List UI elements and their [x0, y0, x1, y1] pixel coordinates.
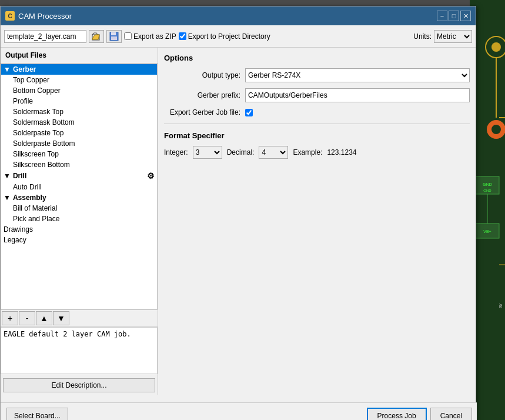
tree-item-silkscreen-top[interactable]: Silkscreen Top [1, 149, 157, 159]
tree-item-auto-drill[interactable]: Auto Drill [1, 182, 157, 192]
panel-toolbar: + - ▲ ▼ [1, 309, 158, 326]
tree-item-profile[interactable]: Profile [1, 96, 157, 106]
save-icon [109, 32, 119, 41]
output-type-select[interactable]: Gerber RS-274X Excellon Drill PDF PS HPG… [245, 68, 470, 82]
cam-processor-window: C CAM Processor − □ ✕ Expo [0, 6, 476, 420]
tree-item-soldermask-top[interactable]: Soldermask Top [1, 106, 157, 117]
output-type-row: Output type: Gerber RS-274X Excellon Dri… [164, 68, 470, 82]
svg-rect-16 [111, 32, 116, 35]
tree-item-drill[interactable]: ▼ Drill ⚙ [1, 170, 157, 182]
add-item-button[interactable]: + [2, 311, 18, 325]
export-to-project-label[interactable]: Export to Project Directory [179, 32, 270, 41]
integer-label: Integer: [164, 148, 188, 156]
move-up-button[interactable]: ▲ [36, 311, 52, 325]
gear-icon[interactable]: ⚙ [147, 171, 155, 181]
save-file-button[interactable] [106, 30, 122, 43]
process-job-button[interactable]: Process Job [367, 408, 427, 420]
title-bar: C CAM Processor − □ ✕ [1, 6, 476, 25]
gerber-prefix-label: Gerber prefix: [164, 91, 240, 99]
window-title: CAM Processor [18, 12, 72, 21]
svg-point-2 [491, 42, 501, 52]
format-specifier-title: Format Specifier [164, 131, 470, 140]
tree-arrow-gerber: ▼ [4, 65, 11, 74]
edit-description-button[interactable]: Edit Description... [3, 378, 155, 392]
right-panel: Options Output type: Gerber RS-274X Exce… [158, 48, 476, 395]
title-bar-left: C CAM Processor [5, 11, 72, 21]
options-title: Options [164, 54, 470, 62]
main-content: Output Files ▼ Gerber Top Copper Bottom … [1, 48, 476, 395]
tree-item-silkscreen-bottom[interactable]: Silkscreen Bottom [1, 159, 157, 170]
units-select[interactable]: Metric Imperial [434, 30, 472, 43]
remove-item-button[interactable]: - [19, 311, 35, 325]
select-board-button[interactable]: Select Board... [6, 408, 68, 420]
example-label: Example: [293, 148, 322, 156]
decimal-label: Decimal: [227, 148, 255, 156]
tree-arrow-assembly: ▼ [4, 194, 11, 202]
filename-input[interactable] [4, 30, 86, 43]
tree-item-legacy[interactable]: Legacy [1, 235, 157, 245]
tree-item-bottom-copper[interactable]: Bottom Copper [1, 85, 157, 96]
tree-item-top-copper[interactable]: Top Copper [1, 75, 157, 85]
integer-select[interactable]: 1 2 3 4 5 [193, 146, 222, 159]
svg-text:GND: GND [483, 189, 491, 192]
tree-item-solderpaste-bottom[interactable]: Solderpaste Bottom [1, 138, 157, 149]
gerber-prefix-row: Gerber prefix: [164, 88, 470, 102]
tree-arrow-drill: ▼ [4, 172, 11, 180]
export-gerber-job-row: Export Gerber Job file: [164, 108, 470, 116]
gerber-prefix-input[interactable] [245, 88, 470, 102]
title-controls: − □ ✕ [437, 11, 471, 21]
cancel-button[interactable]: Cancel [430, 408, 472, 420]
close-button[interactable]: ✕ [460, 11, 471, 21]
tree-item-drawings[interactable]: Drawings [1, 224, 157, 235]
format-specifier-row: Integer: 1 2 3 4 5 Decimal: 1 2 3 4 5 6 [164, 146, 470, 159]
description-area: EAGLE default 2 layer CAM job. Edit Desc… [1, 326, 158, 395]
export-gerber-job-checkbox[interactable] [245, 109, 253, 116]
svg-text:VB+: VB+ [483, 229, 491, 234]
tree-item-assembly[interactable]: ▼ Assembly [1, 192, 157, 203]
svg-text:GND: GND [483, 182, 492, 186]
output-files-header: Output Files [1, 48, 158, 64]
bottom-bar: Select Board... Process Job Cancel [1, 402, 477, 420]
minimize-button[interactable]: − [437, 11, 447, 21]
export-as-zip-text: Export as ZIP [133, 32, 176, 41]
open-icon [92, 32, 101, 41]
export-to-project-checkbox[interactable] [179, 32, 186, 40]
move-down-button[interactable]: ▼ [53, 311, 69, 325]
maximize-button[interactable]: □ [449, 11, 459, 21]
tree-item-soldermask-bottom[interactable]: Soldermask Bottom [1, 117, 157, 128]
app-icon: C [5, 11, 15, 21]
export-as-zip-checkbox[interactable] [124, 32, 132, 40]
left-panel: Output Files ▼ Gerber Top Copper Bottom … [1, 48, 158, 395]
units-label: Units: [413, 32, 432, 41]
tree-item-solderpaste-top[interactable]: Solderpaste Top [1, 128, 157, 138]
svg-text:S/: S/ [498, 303, 503, 308]
toolbar: Export as ZIP Export to Project Director… [1, 25, 476, 48]
tree-item-pick-and-place[interactable]: Pick and Place [1, 214, 157, 224]
output-files-tree: ▼ Gerber Top Copper Bottom Copper Profil… [1, 64, 158, 309]
export-gerber-job-label: Export Gerber Job file: [164, 108, 240, 116]
tree-item-gerber[interactable]: ▼ Gerber [1, 64, 157, 75]
export-to-project-text: Export to Project Directory [188, 32, 270, 41]
export-as-zip-label[interactable]: Export as ZIP [124, 32, 176, 41]
decimal-select[interactable]: 1 2 3 4 5 6 [259, 146, 288, 159]
tree-item-bill-of-material[interactable]: Bill of Material [1, 203, 157, 214]
svg-rect-17 [111, 36, 117, 40]
output-type-label: Output type: [164, 71, 240, 79]
open-file-button[interactable] [89, 30, 104, 43]
options-divider [164, 124, 470, 124]
description-textarea[interactable]: EAGLE default 2 layer CAM job. [1, 327, 158, 374]
example-value: 123.1234 [327, 148, 356, 156]
